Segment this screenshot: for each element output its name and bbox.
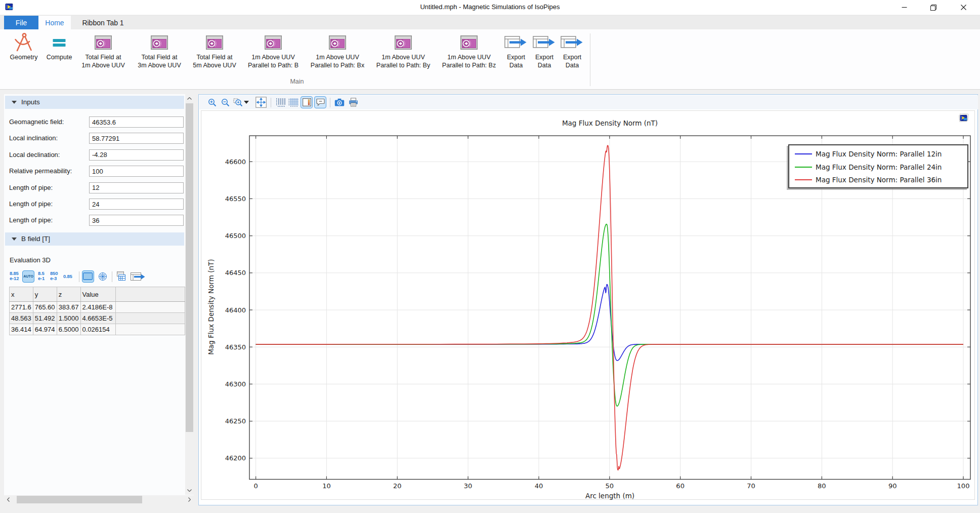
field-input-5[interactable] bbox=[89, 199, 184, 210]
table-column-header[interactable]: z bbox=[57, 287, 80, 302]
table-cell: 0.026154 bbox=[80, 324, 115, 335]
table-cell bbox=[115, 324, 185, 335]
compute-equals-icon bbox=[53, 38, 66, 47]
table-row[interactable]: 2771.6765.60383.672.4186E-8 bbox=[10, 302, 185, 313]
full-precision-icon bbox=[83, 272, 93, 280]
svg-text:90: 90 bbox=[888, 482, 897, 490]
parallel-bz-button[interactable]: 1m Above UUVParallel to Path: Bz bbox=[437, 31, 501, 82]
zoom-out-button[interactable] bbox=[219, 96, 231, 108]
settings-vertical-scrollbar[interactable] bbox=[185, 94, 194, 495]
scroll-right-icon[interactable] bbox=[185, 495, 194, 504]
total-field-5m-label-line: Total Field at bbox=[188, 54, 241, 62]
zoom-in-icon bbox=[208, 98, 217, 107]
field-input-3[interactable] bbox=[89, 166, 184, 177]
table-column-header[interactable]: Value bbox=[80, 287, 115, 302]
export-data-2-label-line: Data bbox=[531, 62, 558, 70]
total-field-5m-label-line: 5m Above UUV bbox=[188, 62, 241, 70]
ribbon-tab-1[interactable]: Ribbon Tab 1 bbox=[71, 16, 135, 30]
svg-text:46400: 46400 bbox=[225, 306, 246, 314]
svg-text:46250: 46250 bbox=[225, 417, 246, 425]
table-cell: 2.4186E-8 bbox=[80, 302, 115, 313]
tooltip-toggle-button[interactable] bbox=[314, 96, 326, 108]
total-field-1m-label-line: Total Field at bbox=[76, 54, 130, 62]
evaluation-results-table[interactable]: xyzValue 2771.6765.60383.672.4186E-848.5… bbox=[9, 287, 185, 335]
field-input-0[interactable] bbox=[89, 116, 184, 128]
svg-text:46350: 46350 bbox=[225, 343, 246, 351]
legend-toggle-button[interactable] bbox=[301, 96, 313, 108]
format-engineering-button[interactable]: 850e-3 bbox=[50, 271, 58, 281]
table-column-header[interactable]: x bbox=[10, 287, 33, 302]
table-cell: 2771.6 bbox=[10, 302, 33, 313]
export-data-1-button[interactable]: ExportData bbox=[503, 31, 529, 82]
home-tab[interactable]: Home bbox=[38, 16, 71, 30]
total-field-5m-button[interactable]: Total Field at5m Above UUV bbox=[188, 31, 241, 82]
settings-horizontal-scrollbar[interactable] bbox=[4, 495, 194, 504]
table-column-header[interactable]: y bbox=[33, 287, 57, 302]
field-input-1[interactable] bbox=[89, 133, 184, 144]
close-button[interactable] bbox=[952, 0, 975, 15]
window-title: Untitled.mph - Magnetic Simulations of I… bbox=[0, 0, 980, 15]
field-label: Local declination: bbox=[9, 149, 60, 161]
compute-button[interactable]: Compute bbox=[44, 31, 75, 82]
plot-area[interactable]: Mag Flux Density Norm (nT) Mag Flux Dens… bbox=[201, 110, 975, 500]
print-button[interactable] bbox=[347, 96, 359, 108]
file-tab[interactable]: File bbox=[4, 16, 38, 30]
legend-entry-label: Mag Flux Density Norm: Parallel 12in bbox=[816, 147, 942, 161]
total-field-1m-label-line: 1m Above UUV bbox=[76, 62, 130, 70]
table-row[interactable]: 48.56351.4921.50004.6653E-5 bbox=[10, 313, 185, 324]
table-cell: 1.5000 bbox=[57, 313, 80, 324]
minimize-icon bbox=[902, 5, 907, 10]
svg-text:46600: 46600 bbox=[225, 158, 246, 166]
legend-entry-label: Mag Flux Density Norm: Parallel 36in bbox=[816, 173, 942, 186]
polar-evaluation-button[interactable] bbox=[98, 272, 107, 283]
svg-text:46500: 46500 bbox=[225, 232, 246, 240]
copy-table-button[interactable] bbox=[115, 271, 125, 283]
export-table-button[interactable] bbox=[131, 272, 146, 283]
vertical-scrollbar-thumb[interactable] bbox=[186, 103, 193, 432]
field-input-4[interactable] bbox=[89, 182, 184, 193]
format-scientific-low-button[interactable]: 8.85e-12 bbox=[10, 271, 19, 281]
legend-entry: Mag Flux Density Norm: Parallel 36in bbox=[789, 173, 967, 186]
scroll-up-icon[interactable] bbox=[185, 94, 194, 103]
plot-window-icon bbox=[95, 35, 112, 50]
scroll-down-icon[interactable] bbox=[185, 486, 194, 495]
total-field-3m-button[interactable]: Total Field at3m Above UUV bbox=[133, 31, 186, 82]
inputs-section-header[interactable]: Inputs bbox=[5, 96, 184, 109]
format-auto-button[interactable]: AUTO bbox=[22, 270, 34, 283]
format-plain-button[interactable]: 0.85 bbox=[63, 274, 72, 279]
export-data-3-button[interactable]: ExportData bbox=[559, 31, 585, 82]
scroll-left-icon[interactable] bbox=[4, 495, 13, 504]
zoom-box-button[interactable] bbox=[232, 96, 244, 108]
grid-button[interactable] bbox=[287, 96, 300, 108]
table-column-header[interactable] bbox=[115, 287, 185, 302]
camera-icon bbox=[334, 98, 345, 106]
snapshot-button[interactable] bbox=[333, 96, 346, 108]
maximize-restore-button[interactable] bbox=[922, 0, 945, 15]
minimize-button[interactable] bbox=[892, 0, 916, 15]
plot-group-icon[interactable] bbox=[959, 113, 969, 123]
horizontal-scrollbar-thumb[interactable] bbox=[17, 496, 142, 503]
field-label: Length of pipe: bbox=[9, 182, 53, 193]
zoom-extents-button[interactable] bbox=[255, 96, 267, 108]
field-input-2[interactable] bbox=[89, 149, 184, 161]
format-scientific-mid-button[interactable]: 8.5e-1 bbox=[38, 271, 45, 281]
svg-text:80: 80 bbox=[818, 482, 826, 490]
parallel-by-button[interactable]: 1m Above UUVParallel to Path: By bbox=[371, 31, 435, 82]
export-data-2-button[interactable]: ExportData bbox=[531, 31, 558, 82]
geometry-button[interactable]: Geometry bbox=[4, 31, 44, 82]
zoom-in-button[interactable] bbox=[206, 96, 218, 108]
svg-text:46200: 46200 bbox=[225, 454, 246, 462]
svg-text:0: 0 bbox=[253, 482, 258, 490]
x-grid-button[interactable] bbox=[274, 96, 286, 108]
table-row[interactable]: 36.41464.9746.50000.026154 bbox=[10, 324, 185, 335]
bfield-section-header[interactable]: B field [T] bbox=[5, 232, 184, 246]
parallel-b-label-line: 1m Above UUV bbox=[242, 54, 304, 62]
field-label: Length of pipe: bbox=[9, 199, 53, 210]
zoom-dropdown-button[interactable] bbox=[243, 96, 250, 108]
parallel-bx-button[interactable]: 1m Above UUVParallel to Path: Bx bbox=[306, 31, 369, 82]
full-precision-button[interactable] bbox=[82, 270, 94, 283]
parallel-b-button[interactable]: 1m Above UUVParallel to Path: B bbox=[242, 31, 304, 82]
total-field-1m-button[interactable]: Total Field at1m Above UUV bbox=[76, 31, 130, 82]
field-input-6[interactable] bbox=[89, 215, 184, 226]
chart-legend[interactable]: Mag Flux Density Norm: Parallel 12inMag … bbox=[788, 144, 968, 188]
